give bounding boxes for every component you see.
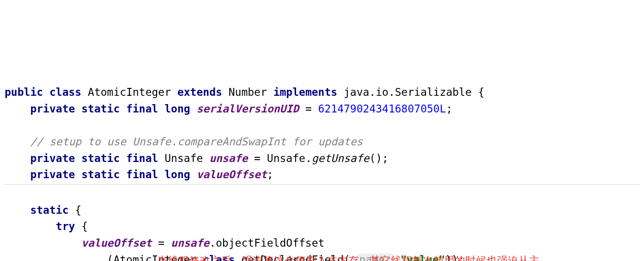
comment: // setup to use Unsafe.compareAndSwapInt…	[30, 136, 363, 148]
superclass: Number	[222, 86, 273, 98]
number-literal: 6214790243416807050L	[318, 103, 446, 115]
kw-class: class	[49, 86, 81, 98]
classname: AtomicInteger	[81, 86, 177, 98]
annotation-callout: 当线程修改之后，强迫将这个值刷入主内存，其它线程每次使用的时候也强迫从主 内存中…	[157, 253, 628, 261]
field-valueOffset: valueOffset	[197, 168, 267, 180]
kw-public: public	[5, 86, 43, 98]
kw-implements: implements	[273, 86, 337, 98]
code-block: public class AtomicInteger extends Numbe…	[0, 66, 644, 261]
code-line-7: try {	[5, 220, 88, 232]
field-unsafe: unsafe	[209, 152, 248, 164]
code-line-1: public class AtomicInteger extends Numbe…	[5, 86, 485, 98]
static-call: getUnsafe	[312, 152, 370, 164]
code-line-6: static {	[5, 204, 81, 216]
iface: java.io.Serializable {	[337, 86, 485, 98]
code-line-2: private static final long serialVersionU…	[5, 103, 452, 115]
code-line-4: private static final Unsafe unsafe = Uns…	[5, 152, 389, 164]
field-serialVersionUID: serialVersionUID	[197, 103, 299, 115]
code-line-3: // setup to use Unsafe.compareAndSwapInt…	[5, 136, 363, 148]
kw-extends: extends	[177, 86, 222, 98]
code-line-8: valueOffset = unsafe.objectFieldOffset	[5, 237, 324, 249]
code-line-5: private static final long valueOffset;	[5, 168, 273, 180]
fold-separator	[5, 184, 639, 185]
annotation-line1: 当线程修改之后，强迫将这个值刷入主内存，其它线程每次使用的时候也强迫从主	[157, 253, 540, 261]
